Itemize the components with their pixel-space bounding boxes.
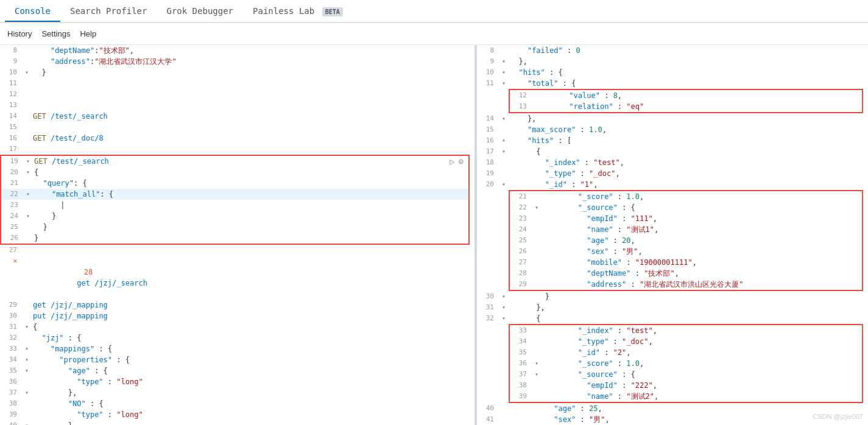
table-row: 23 | xyxy=(1,200,468,211)
table-row: 39 "name" : "测试2", xyxy=(510,391,862,402)
help-menu[interactable]: Help xyxy=(80,29,96,38)
beta-badge: BETA xyxy=(322,7,343,16)
table-row: 16 ▾ "hits" : [ xyxy=(477,135,868,146)
table-row: 37 ▾ "_source" : { xyxy=(510,369,862,380)
right-output-panel: 8 "failed" : 0 9 ▾ }, 10 ▾ "hits" : { 11… xyxy=(477,45,868,425)
table-row: 38 "NO" : { xyxy=(0,398,475,409)
table-row: 18 "_index" : "test", xyxy=(477,157,868,168)
tab-console[interactable]: Console xyxy=(5,1,60,22)
table-row: 14 GET /test/_search xyxy=(0,111,475,122)
table-row: 8 "failed" : 0 xyxy=(477,45,868,56)
tab-grok-debugger[interactable]: Grok Debugger xyxy=(157,1,243,22)
table-row: 9 ▾ }, xyxy=(477,56,868,67)
highlight-box-total: 12 "value" : 8, 13 "relation" : "eq" xyxy=(509,89,863,113)
table-row: 35 ▾ "age" : { xyxy=(0,365,475,376)
table-row: 36 "type" : "long" xyxy=(0,376,475,387)
table-row: 37 ▾ }, xyxy=(0,387,475,398)
table-row: 32 "jzj" : { xyxy=(0,332,475,343)
table-row: 27 "mobile" : "19000001111", xyxy=(510,257,862,268)
table-row: 20 ▾ "_id" : "1", xyxy=(477,179,868,190)
tab-painless-lab[interactable]: Painless Lab BETA xyxy=(243,1,353,22)
tab-search-profiler[interactable]: Search Profiler xyxy=(60,1,157,22)
table-row: ✕ 28 get /jzj/_search xyxy=(0,256,475,300)
table-row: 27 xyxy=(0,245,475,256)
table-row: 11 ▾ "total" : { xyxy=(477,78,868,89)
table-row: 23 "empId" : "111", xyxy=(510,213,862,224)
table-row: 8 "deptName":"技术部", xyxy=(0,45,475,56)
settings-menu[interactable]: Settings xyxy=(41,29,70,38)
table-row: 19 "_type" : "_doc", xyxy=(477,168,868,179)
table-row: 14 ▾ }, xyxy=(477,113,868,124)
table-row: 36 ▾ "_score" : 1.0, xyxy=(510,358,862,369)
highlighted-query-block: 19 ▾ GET /test/_search ▷ ⊙ 20 ▾ { 21 xyxy=(0,155,470,245)
table-row: 12 "value" : 8, xyxy=(510,90,862,101)
table-row: 26 } xyxy=(1,233,468,244)
table-row: 29 "address" : "湖北省武汉市洪山区光谷大厦" xyxy=(510,279,862,290)
table-row: 41 "sex" : "男", xyxy=(477,414,868,425)
table-row: 32 ▾ { xyxy=(477,313,868,324)
run-button[interactable]: ▷ xyxy=(450,156,454,167)
table-row: 17 xyxy=(0,144,475,155)
table-row: 34 "_type" : "_doc", xyxy=(510,336,862,347)
copy-icon[interactable]: ⊙ xyxy=(459,156,464,167)
watermark: CSDN @jzjie007 xyxy=(813,413,863,420)
table-row: 25 "age" : 20, xyxy=(510,235,862,246)
highlight-box-source1: 21 "_score" : 1.0, 22 ▾ "_source" : { 23… xyxy=(509,190,863,291)
table-row: 15 "max_score" : 1.0, xyxy=(477,124,868,135)
table-row: 40 "age" : 25, xyxy=(477,403,868,414)
table-row: 33 ▾ "mappings" : { xyxy=(0,343,475,354)
main-content: 8 "deptName":"技术部", 9 "address":"湖北省武汉市江… xyxy=(0,45,868,425)
table-row: 28 "deptName" : "技术部", xyxy=(510,268,862,279)
secondary-navigation: History Settings Help xyxy=(0,23,868,45)
history-menu[interactable]: History xyxy=(7,29,32,38)
table-row: 34 ▾ "properties" : { xyxy=(0,354,475,365)
right-code-output[interactable]: 8 "failed" : 0 9 ▾ }, 10 ▾ "hits" : { 11… xyxy=(477,45,868,425)
table-row: 13 xyxy=(0,100,475,111)
table-row: 11 xyxy=(0,78,475,89)
table-row: 19 ▾ GET /test/_search ▷ ⊙ xyxy=(1,156,468,167)
table-row: 30 put /jzj/_mapping xyxy=(0,311,475,321)
top-navigation: Console Search Profiler Grok Debugger Pa… xyxy=(0,0,868,23)
table-row: 29 get /jzj/_mapping xyxy=(0,300,475,311)
table-row: 17 ▾ { xyxy=(477,146,868,157)
table-row: 33 "_index" : "test", xyxy=(510,325,862,336)
table-row: 30 ▾ } xyxy=(477,291,868,302)
table-row: 21 "_score" : 1.0, xyxy=(510,191,862,202)
table-row: 15 xyxy=(0,122,475,133)
table-row: 24 "name" : "测试1", xyxy=(510,224,862,235)
table-row: 24 ▾ } xyxy=(1,211,468,222)
table-row: 9 "address":"湖北省武汉市江汉大学" xyxy=(0,56,475,67)
table-row: 40 ▾ }, xyxy=(0,420,475,425)
table-row: 35 "_id" : "2", xyxy=(510,347,862,358)
left-editor-panel: 8 "deptName":"技术部", 9 "address":"湖北省武汉市江… xyxy=(0,45,475,425)
table-row: 26 "sex" : "男", xyxy=(510,246,862,257)
table-row: 22 ▾ "_source" : { xyxy=(510,202,862,213)
table-row: 22 ▾ "match_all": { xyxy=(1,189,468,200)
table-row: 31 ▾ { xyxy=(0,321,475,332)
left-code-editor[interactable]: 8 "deptName":"技术部", 9 "address":"湖北省武汉市江… xyxy=(0,45,475,425)
table-row: 21 "query": { xyxy=(1,178,468,189)
highlight-box-source2: 33 "_index" : "test", 34 "_type" : "_doc… xyxy=(509,324,863,403)
table-row: 38 "empId" : "222", xyxy=(510,380,862,391)
table-row: 10 ▾ "hits" : { xyxy=(477,67,868,78)
table-row: 16 GET /test/_doc/8 xyxy=(0,133,475,144)
table-row: 20 ▾ { xyxy=(1,167,468,178)
table-row: 39 "type" : "long" xyxy=(0,409,475,420)
table-row: 10 ▾ } xyxy=(0,67,475,78)
table-row: 12 xyxy=(0,89,475,100)
table-row: 25 } xyxy=(1,222,468,233)
table-row: 31 ▾ }, xyxy=(477,302,868,313)
table-row: 13 "relation" : "eq" xyxy=(510,101,862,112)
